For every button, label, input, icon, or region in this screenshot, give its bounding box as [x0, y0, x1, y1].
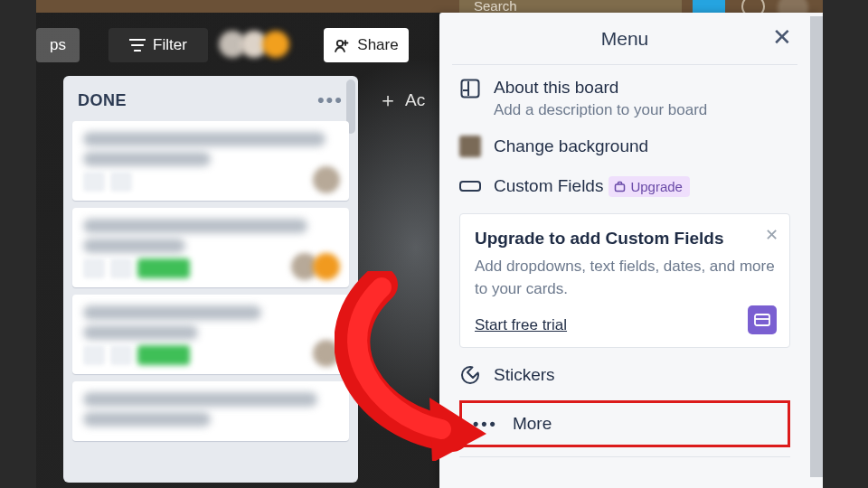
list-title[interactable]: DONE — [78, 91, 127, 110]
menu-item-stickers[interactable]: Stickers — [452, 355, 797, 395]
start-trial-link[interactable]: Start free trial — [475, 316, 567, 334]
powerups-button[interactable]: ps — [36, 28, 80, 62]
board-icon — [459, 78, 481, 99]
svg-rect-2 — [460, 182, 480, 191]
share-button[interactable]: Share — [324, 28, 409, 62]
member-avatars[interactable] — [224, 31, 289, 58]
more-icon: ••• — [473, 415, 498, 434]
menu-title: Menu — [601, 28, 649, 50]
card[interactable] — [72, 381, 349, 441]
dismiss-icon[interactable]: ✕ — [765, 225, 778, 245]
scrollbar[interactable] — [810, 16, 823, 477]
card[interactable] — [72, 121, 349, 201]
list-done: DONE ••• — [63, 76, 358, 483]
menu-item-background[interactable]: Change background — [452, 127, 797, 166]
add-card-button[interactable]: ＋ Ac — [378, 87, 425, 114]
filter-icon — [129, 39, 146, 52]
filter-button[interactable]: Filter — [108, 28, 208, 62]
share-icon — [334, 37, 350, 53]
menu-item-about[interactable]: About this board Add a description to yo… — [452, 65, 797, 127]
svg-rect-4 — [755, 314, 769, 325]
svg-rect-3 — [616, 184, 625, 192]
field-icon — [459, 175, 481, 197]
menu-panel: Menu ✕ About this board Add a descriptio… — [439, 13, 823, 488]
premium-chip-icon — [748, 305, 777, 334]
menu-item-custom-fields[interactable]: Custom Fields Upgrade — [452, 166, 797, 206]
background-thumb-icon — [459, 136, 481, 157]
sticker-icon — [459, 364, 481, 386]
card[interactable] — [72, 295, 349, 374]
list-menu-icon[interactable]: ••• — [317, 89, 344, 112]
svg-rect-1 — [462, 80, 479, 98]
upgrade-promo: ✕ Upgrade to add Custom Fields Add dropd… — [459, 213, 790, 348]
briefcase-icon — [614, 181, 626, 192]
upgrade-badge[interactable]: Upgrade — [609, 176, 690, 197]
divider — [459, 456, 790, 457]
menu-item-more[interactable]: ••• More — [459, 400, 790, 447]
plus-icon: ＋ — [378, 87, 398, 114]
card[interactable] — [72, 208, 349, 287]
svg-point-0 — [337, 41, 343, 46]
close-icon[interactable]: ✕ — [772, 25, 792, 49]
